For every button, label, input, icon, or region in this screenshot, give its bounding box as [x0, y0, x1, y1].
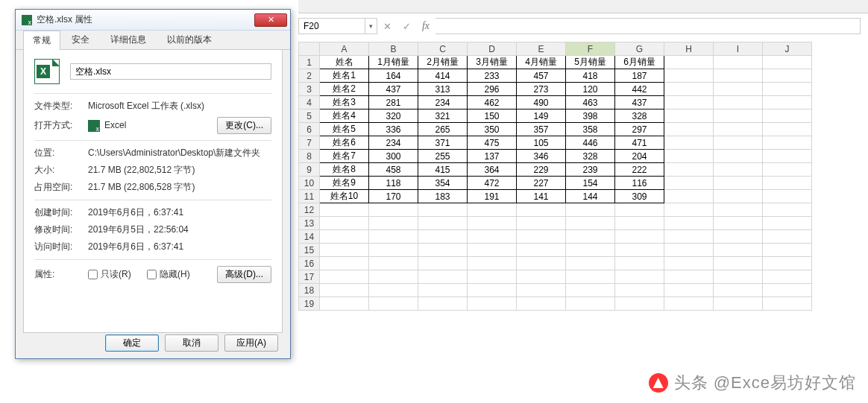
cell-A19[interactable]	[320, 297, 369, 311]
cell-A13[interactable]	[320, 217, 369, 230]
cell-B2[interactable]: 164	[369, 69, 418, 83]
tab-以前的版本[interactable]: 以前的版本	[157, 30, 221, 49]
cell-F3[interactable]: 120	[566, 83, 615, 96]
cell-A7[interactable]: 姓名6	[320, 136, 369, 150]
col-header-A[interactable]: A	[320, 42, 369, 56]
cell-A9[interactable]: 姓名8	[320, 163, 369, 177]
cell-H17[interactable]	[664, 270, 714, 284]
cell-E7[interactable]: 105	[517, 136, 566, 150]
cell-C14[interactable]	[418, 230, 468, 244]
cell-B9[interactable]: 458	[369, 163, 418, 177]
cell-A12[interactable]	[320, 203, 369, 217]
apply-button[interactable]: 应用(A)	[224, 334, 278, 352]
cell-B10[interactable]: 118	[369, 177, 418, 190]
row-header-8[interactable]: 8	[299, 150, 320, 163]
cell-F18[interactable]	[566, 284, 615, 297]
cell-H1[interactable]	[664, 56, 714, 69]
cell-C16[interactable]	[418, 257, 468, 270]
cell-A18[interactable]	[320, 284, 369, 297]
cell-J14[interactable]	[763, 230, 812, 244]
cell-G19[interactable]	[615, 297, 664, 311]
row-header-7[interactable]: 7	[299, 136, 320, 150]
cell-D15[interactable]	[468, 244, 517, 257]
cell-D19[interactable]	[468, 297, 517, 311]
cell-A17[interactable]	[320, 270, 369, 284]
cell-E12[interactable]	[517, 203, 566, 217]
cell-A2[interactable]: 姓名1	[320, 69, 369, 83]
cell-A14[interactable]	[320, 230, 369, 244]
readonly-checkbox[interactable]: 只读(R)	[88, 268, 131, 281]
cell-C17[interactable]	[418, 270, 468, 284]
cell-A1[interactable]: 姓名	[320, 56, 369, 69]
row-header-6[interactable]: 6	[299, 123, 320, 136]
cell-G10[interactable]: 116	[615, 177, 664, 190]
cell-F6[interactable]: 358	[566, 123, 615, 136]
cell-C11[interactable]: 183	[418, 190, 468, 203]
select-all-corner[interactable]	[299, 42, 320, 56]
cell-G1[interactable]: 6月销量	[615, 56, 664, 69]
row-header-13[interactable]: 13	[299, 217, 320, 230]
cell-C19[interactable]	[418, 297, 468, 311]
tab-常规[interactable]: 常规	[23, 31, 60, 50]
cell-G14[interactable]	[615, 230, 664, 244]
cell-J18[interactable]	[763, 284, 812, 297]
dialog-titlebar[interactable]: 空格.xlsx 属性 ✕	[16, 10, 290, 31]
cell-J5[interactable]	[763, 110, 812, 123]
cell-C1[interactable]: 2月销量	[418, 56, 468, 69]
row-header-16[interactable]: 16	[299, 257, 320, 270]
cell-G13[interactable]	[615, 217, 664, 230]
cell-C4[interactable]: 234	[418, 96, 468, 110]
cell-G5[interactable]: 328	[615, 110, 664, 123]
cell-H7[interactable]	[664, 136, 714, 150]
cell-E3[interactable]: 273	[517, 83, 566, 96]
cell-G3[interactable]: 442	[615, 83, 664, 96]
cell-J17[interactable]	[763, 270, 812, 284]
cell-C10[interactable]: 354	[418, 177, 468, 190]
cell-F1[interactable]: 5月销量	[566, 56, 615, 69]
cell-G4[interactable]: 437	[615, 96, 664, 110]
cell-D12[interactable]	[468, 203, 517, 217]
row-header-11[interactable]: 11	[299, 190, 320, 203]
change-open-with-button[interactable]: 更改(C)...	[217, 117, 271, 134]
cell-J13[interactable]	[763, 217, 812, 230]
cell-H2[interactable]	[664, 69, 714, 83]
cell-J16[interactable]	[763, 257, 812, 270]
cell-I8[interactable]	[714, 150, 763, 163]
cell-D5[interactable]: 150	[468, 110, 517, 123]
cell-E14[interactable]	[517, 230, 566, 244]
cell-A6[interactable]: 姓名5	[320, 123, 369, 136]
cell-D3[interactable]: 296	[468, 83, 517, 96]
cell-J15[interactable]	[763, 244, 812, 257]
cell-I5[interactable]	[714, 110, 763, 123]
cell-E11[interactable]: 141	[517, 190, 566, 203]
cell-A15[interactable]	[320, 244, 369, 257]
col-header-J[interactable]: J	[763, 42, 812, 56]
advanced-button[interactable]: 高级(D)...	[217, 266, 271, 283]
cell-B12[interactable]	[369, 203, 418, 217]
cell-I7[interactable]	[714, 136, 763, 150]
filename-input[interactable]	[70, 63, 271, 80]
row-header-14[interactable]: 14	[299, 230, 320, 244]
cell-E5[interactable]: 149	[517, 110, 566, 123]
cell-I17[interactable]	[714, 270, 763, 284]
cell-H8[interactable]	[664, 150, 714, 163]
spreadsheet-grid[interactable]: ABCDEFGHIJ1姓名1月销量2月销量3月销量4月销量5月销量6月销量2姓名…	[298, 42, 868, 403]
cell-G17[interactable]	[615, 270, 664, 284]
row-header-2[interactable]: 2	[299, 69, 320, 83]
cell-E2[interactable]: 457	[517, 69, 566, 83]
cell-B7[interactable]: 234	[369, 136, 418, 150]
cell-C8[interactable]: 255	[418, 150, 468, 163]
close-icon[interactable]: ✕	[254, 13, 287, 27]
cell-H6[interactable]	[664, 123, 714, 136]
name-box-dropdown[interactable]: ▾	[365, 18, 377, 34]
cell-B17[interactable]	[369, 270, 418, 284]
cell-C2[interactable]: 414	[418, 69, 468, 83]
cell-J3[interactable]	[763, 83, 812, 96]
cell-D6[interactable]: 350	[468, 123, 517, 136]
col-header-H[interactable]: H	[664, 42, 714, 56]
cell-H18[interactable]	[664, 284, 714, 297]
col-header-F[interactable]: F	[566, 42, 615, 56]
cell-G9[interactable]: 222	[615, 163, 664, 177]
cell-D2[interactable]: 233	[468, 69, 517, 83]
cell-J12[interactable]	[763, 203, 812, 217]
